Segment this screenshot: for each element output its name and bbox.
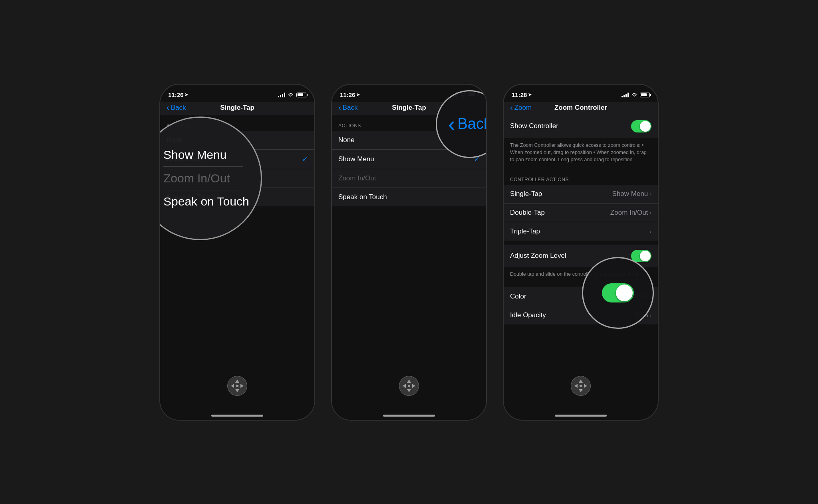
arrow-left-icon-3	[574, 384, 578, 388]
status-time-3: 11:28 ➤	[512, 91, 532, 98]
phone-3: 11:28 ➤ ‹ Zoom Zoom Controller	[503, 84, 659, 421]
circle-back-button: ‹ Back	[448, 114, 487, 134]
chevron-triple-tap: ›	[649, 228, 651, 235]
nav-bar-1: ‹ Back Single-Tap	[160, 102, 314, 115]
location-arrow-3: ➤	[528, 92, 532, 97]
phone-content-2: ACTIONS None Show Menu ✓ Zoom In/Out Spe…	[332, 115, 486, 421]
circle-show-menu: Show Menu	[163, 142, 261, 166]
status-icons-1	[278, 93, 306, 97]
center-dot-2	[408, 385, 410, 387]
battery-icon-1	[296, 93, 306, 97]
nav-title-2: Single-Tap	[392, 104, 426, 112]
center-dot-3	[580, 385, 582, 387]
status-bar-1: 11:26 ➤	[160, 85, 314, 102]
color-label: Color	[510, 293, 526, 300]
arrow-right-icon-3	[584, 384, 587, 388]
double-tap-row[interactable]: Double-Tap Zoom In/Out ›	[504, 204, 658, 222]
wifi-icon-1	[288, 93, 294, 97]
zoom-controller-btn-3[interactable]	[571, 376, 591, 396]
nav-title-3: Zoom Controller	[554, 104, 607, 112]
location-arrow-2: ➤	[356, 92, 360, 97]
arrow-right-icon-1	[240, 384, 244, 388]
show-controller-label: Show Controller	[510, 122, 558, 130]
circle-back-chevron: ‹	[448, 114, 455, 134]
phone-1: 11:26 ➤ ‹ Back Single-Tap ACTIONS	[159, 84, 315, 421]
toggle-knob-adjust-zoom	[640, 251, 651, 261]
adjust-zoom-label: Adjust Zoom Level	[510, 252, 566, 260]
arrow-left-icon-2	[403, 384, 406, 388]
arrow-left-icon-1	[231, 384, 234, 388]
show-controller-row[interactable]: Show Controller	[504, 115, 658, 138]
home-indicator-1	[211, 415, 263, 417]
controller-actions-list: Single-Tap Show Menu › Double-Tap Zoom I…	[504, 185, 658, 241]
show-controller-group: Show Controller	[504, 115, 658, 138]
toggle-knob-show-controller	[640, 121, 651, 132]
back-chevron-icon-1: ‹	[167, 103, 169, 112]
arrow-up-icon-3	[579, 379, 583, 383]
list-item-speakontouch-2[interactable]: Speak on Touch	[332, 188, 486, 206]
arrow-right-icon-2	[412, 384, 415, 388]
circle-toggle-highlight	[602, 283, 634, 302]
circle-overlay-3	[582, 257, 654, 329]
phone-2: 11:26 ➤ ‹ Back Single-Tap ACTIONS	[331, 84, 487, 421]
arrow-down-icon-1	[235, 389, 239, 392]
zoom-controller-btn-2[interactable]	[399, 376, 419, 396]
location-arrow-1: ➤	[185, 92, 188, 97]
battery-icon-3	[640, 93, 650, 97]
back-button-2[interactable]: ‹ Back	[338, 103, 357, 112]
adjust-zoom-toggle[interactable]	[631, 250, 651, 262]
controller-actions-header: CONTROLLER ACTIONS	[504, 169, 658, 185]
show-controller-description: The Zoom Controller allows quick access …	[504, 138, 658, 169]
signal-icon-3	[621, 93, 629, 97]
status-time-1: 11:26 ➤	[168, 91, 188, 98]
home-indicator-3	[555, 415, 607, 417]
status-icons-3	[621, 93, 650, 97]
chevron-double-tap: ›	[649, 210, 651, 216]
single-tap-row[interactable]: Single-Tap Show Menu ›	[504, 185, 658, 204]
back-button-1[interactable]: ‹ Back	[167, 103, 186, 112]
nav-bar-3: ‹ Zoom Zoom Controller	[504, 102, 658, 115]
circle-zoom-inout: Zoom In/Out	[163, 167, 261, 190]
signal-icon-1	[278, 93, 285, 97]
back-label-2: Back	[343, 104, 358, 112]
back-chevron-icon-2: ‹	[338, 103, 341, 112]
arrow-down-icon-2	[407, 389, 411, 392]
nav-title-1: Single-Tap	[220, 104, 254, 112]
wifi-icon-3	[631, 93, 637, 97]
zoom-controller-btn-1[interactable]	[227, 376, 247, 396]
home-indicator-2	[383, 415, 435, 417]
arrow-up-icon-2	[407, 379, 411, 383]
back-label-3: Zoom	[514, 104, 532, 112]
circle-back-label: Back	[457, 115, 487, 132]
idle-opacity-label: Idle Opacity	[510, 311, 546, 319]
list-item-zoominout-2[interactable]: Zoom In/Out	[332, 169, 486, 188]
chevron-single-tap: ›	[649, 191, 651, 197]
back-button-3[interactable]: ‹ Zoom	[510, 103, 532, 112]
back-label-1: Back	[171, 104, 186, 112]
show-controller-toggle[interactable]	[631, 120, 651, 132]
arrow-up-icon-1	[235, 379, 239, 383]
back-chevron-icon-3: ‹	[510, 103, 513, 112]
circle-speak-on-touch: Speak on Touch	[163, 190, 261, 215]
status-time-2: 11:26 ➤	[340, 91, 360, 98]
triple-tap-row[interactable]: Triple-Tap ›	[504, 222, 658, 241]
status-bar-3: 11:28 ➤	[504, 85, 658, 102]
chevron-idle-opacity: ›	[649, 312, 651, 318]
center-dot-1	[236, 385, 238, 387]
checkmark-showmenu-1: ✓	[302, 155, 308, 164]
arrow-down-icon-3	[579, 389, 583, 392]
